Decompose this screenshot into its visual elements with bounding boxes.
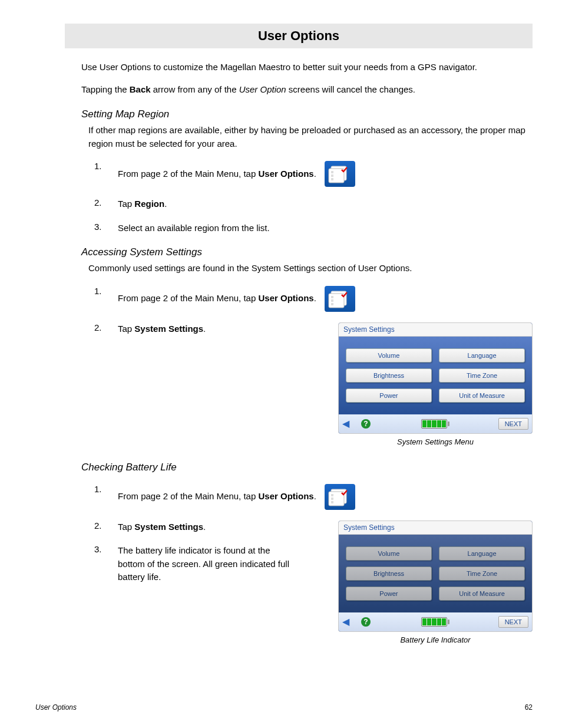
step-3: 3. The battery life indicator is found a… [94, 544, 331, 584]
step-2: 2. Tap Region. [94, 197, 533, 211]
figure-battery-life-indicator: System Settings Volume Language Brightne… [338, 521, 533, 644]
time-zone-button[interactable]: Time Zone [439, 566, 525, 581]
svg-rect-14 [331, 501, 333, 503]
screenshot-title: System Settings [339, 323, 532, 337]
next-button[interactable]: NEXT [498, 616, 528, 628]
language-button[interactable]: Language [439, 546, 525, 561]
battery-indicator [421, 419, 449, 429]
power-button[interactable]: Power [346, 388, 432, 403]
steps-accessing-system-settings: 1. From page 2 of the Main Menu, tap Use… [94, 286, 533, 336]
svg-rect-12 [331, 494, 333, 496]
intro-line-1: Use User Options to customize the Magell… [81, 60, 533, 74]
intro-paragraph: Use User Options to customize the Magell… [81, 60, 533, 97]
brightness-button[interactable]: Brightness [346, 368, 432, 383]
heading-accessing-system-settings: Accessing System Settings [81, 246, 533, 258]
step-2: 2. Tap System Settings. [94, 521, 331, 534]
language-button[interactable]: Language [439, 348, 525, 363]
step-1: 1. From page 2 of the Main Menu, tap Use… [94, 161, 533, 187]
steps-setting-map-region: 1. From page 2 of the Main Menu, tap Use… [94, 161, 533, 235]
step-1: 1. From page 2 of the Main Menu, tap Use… [94, 484, 533, 510]
svg-rect-4 [331, 178, 333, 180]
unit-of-measure-button[interactable]: Unit of Measure [439, 388, 525, 403]
body-setting-map-region: If other map regions are available, eith… [88, 124, 533, 150]
step-3: 3. Select an available region from the l… [94, 222, 533, 235]
footer-page-number: 62 [525, 703, 533, 711]
volume-button[interactable]: Volume [346, 546, 432, 561]
volume-button[interactable]: Volume [346, 348, 432, 363]
time-zone-button[interactable]: Time Zone [439, 368, 525, 383]
back-arrow-icon[interactable]: ◀ [342, 616, 349, 627]
page-title: User Options [258, 28, 339, 43]
brightness-button[interactable]: Brightness [346, 566, 432, 581]
user-options-icon [325, 286, 355, 312]
step-2: 2. Tap System Settings. [94, 322, 331, 336]
caption-system-settings-menu: System Settings Menu [338, 437, 533, 446]
unit-of-measure-button[interactable]: Unit of Measure [439, 587, 525, 601]
user-options-icon [325, 484, 355, 510]
svg-rect-9 [331, 303, 333, 305]
figure-system-settings-menu: System Settings Volume Language Brightne… [338, 322, 533, 446]
svg-rect-3 [331, 174, 333, 177]
svg-rect-8 [331, 299, 333, 302]
help-icon[interactable]: ? [361, 617, 371, 627]
svg-rect-2 [331, 171, 333, 173]
battery-indicator [421, 617, 449, 627]
body-accessing-system-settings: Commonly used settings are found in the … [88, 262, 533, 275]
heading-setting-map-region: Setting Map Region [81, 108, 533, 120]
back-arrow-icon[interactable]: ◀ [342, 418, 349, 429]
page-footer: User Options 62 [35, 703, 533, 711]
steps-checking-battery-life: 1. From page 2 of the Main Menu, tap Use… [94, 484, 533, 584]
page-title-bar: User Options [65, 24, 533, 48]
caption-battery-life-indicator: Battery Life Indicator [338, 635, 533, 644]
next-button[interactable]: NEXT [498, 418, 528, 430]
intro-line-2: Tapping the Back arrow from any of the U… [81, 83, 533, 97]
heading-checking-battery-life: Checking Battery Life [81, 462, 533, 473]
help-icon[interactable]: ? [361, 419, 371, 429]
screenshot-title: System Settings [339, 521, 532, 535]
user-options-icon [325, 161, 355, 187]
footer-section-name: User Options [35, 703, 77, 711]
svg-rect-7 [331, 296, 333, 298]
svg-rect-13 [331, 498, 333, 500]
power-button[interactable]: Power [346, 587, 432, 601]
step-1: 1. From page 2 of the Main Menu, tap Use… [94, 286, 533, 312]
